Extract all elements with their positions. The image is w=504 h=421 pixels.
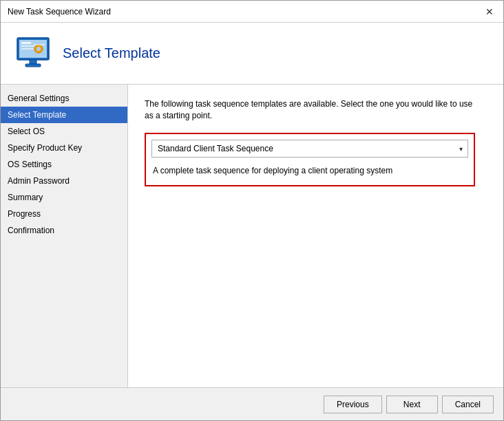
- svg-rect-4: [21, 48, 34, 50]
- header-area: Select Template: [1, 23, 503, 85]
- footer: Previous Next Cancel: [1, 387, 503, 420]
- sidebar-item-specify-product-key[interactable]: Specify Product Key: [1, 140, 127, 156]
- description-text: The following task sequence templates ar…: [145, 98, 475, 122]
- sidebar-item-select-os[interactable]: Select OS: [1, 123, 127, 140]
- sidebar-item-confirmation[interactable]: Confirmation: [1, 222, 127, 239]
- svg-rect-3: [21, 45, 35, 47]
- close-button[interactable]: ✕: [483, 7, 496, 17]
- svg-rect-8: [25, 64, 41, 67]
- sidebar-item-select-template[interactable]: Select Template: [1, 107, 127, 123]
- template-dropdown[interactable]: Standard Client Task Sequence: [151, 140, 468, 158]
- svg-rect-7: [30, 60, 36, 64]
- title-bar: New Task Sequence Wizard ✕: [1, 1, 503, 23]
- sidebar-item-summary[interactable]: Summary: [1, 189, 127, 206]
- next-button[interactable]: Next: [386, 396, 438, 413]
- window-title: New Task Sequence Wizard: [8, 7, 111, 17]
- main-content: The following task sequence templates ar…: [128, 85, 503, 387]
- template-description-text: A complete task sequence for deploying a…: [151, 163, 468, 180]
- previous-button[interactable]: Previous: [324, 396, 382, 413]
- svg-rect-2: [21, 42, 31, 44]
- template-box: Standard Client Task Sequence ▾ A comple…: [145, 133, 475, 186]
- sidebar-item-os-settings[interactable]: OS Settings: [1, 156, 127, 173]
- page-title: Select Template: [63, 45, 160, 61]
- content-area: General Settings Select Template Select …: [1, 85, 503, 387]
- cancel-button[interactable]: Cancel: [442, 396, 494, 413]
- sidebar-item-progress[interactable]: Progress: [1, 206, 127, 222]
- template-select-wrapper: Standard Client Task Sequence ▾: [151, 140, 468, 158]
- svg-point-6: [36, 47, 41, 51]
- sidebar: General Settings Select Template Select …: [1, 85, 128, 387]
- wizard-icon: [14, 35, 52, 72]
- sidebar-item-admin-password[interactable]: Admin Password: [1, 173, 127, 189]
- wizard-window: New Task Sequence Wizard ✕: [0, 0, 504, 421]
- sidebar-item-general-settings[interactable]: General Settings: [1, 90, 127, 107]
